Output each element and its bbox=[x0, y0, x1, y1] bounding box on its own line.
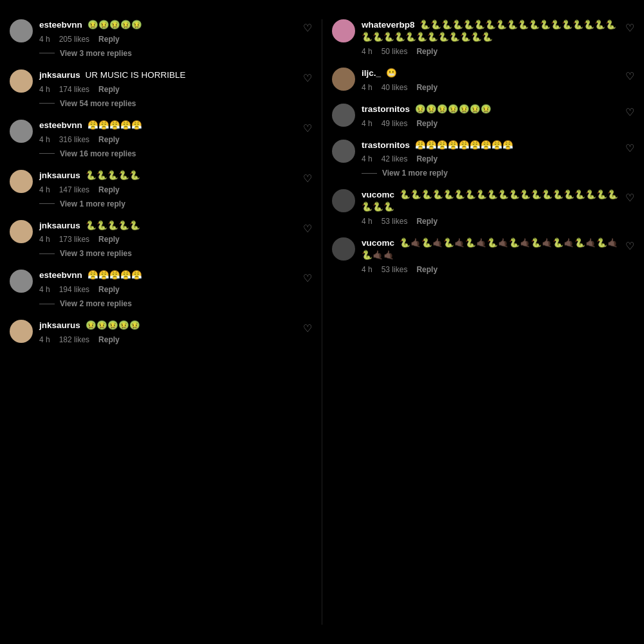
comment-content: esteebvnn 😤😤😤😤😤 4 h 194 likes Reply bbox=[39, 270, 297, 294]
replies-line bbox=[39, 253, 55, 254]
avatar bbox=[332, 189, 355, 212]
view-replies[interactable]: View 1 more reply bbox=[39, 199, 312, 208]
reply-button[interactable]: Reply bbox=[98, 35, 120, 44]
comment-content: jnksaurus UR MUSIC IS HORRIBLE 4 h 174 l… bbox=[39, 69, 297, 94]
right-column: whateverbp8 🐍🐍🐍🐍🐍🐍🐍🐍🐍🐍🐍🐍🐍🐍🐍🐍🐍🐍🐍🐍🐍🐍🐍🐍🐍🐍🐍🐍… bbox=[322, 13, 644, 631]
view-replies[interactable]: View 16 more replies bbox=[39, 149, 312, 158]
reply-button[interactable]: Reply bbox=[416, 119, 437, 128]
reply-button[interactable]: Reply bbox=[98, 85, 120, 94]
comment-meta: 4 h 316 likes Reply bbox=[39, 135, 297, 144]
comment-time: 4 h bbox=[39, 335, 50, 344]
view-replies[interactable]: View 3 more replies bbox=[39, 49, 312, 58]
comment-text: vucomc 🐍🐍🐍🐍🐍🐍🐍🐍🐍🐍🐍🐍🐍🐍🐍🐍🐍🐍🐍🐍🐍🐍🐍 bbox=[362, 189, 619, 214]
comment-meta: 4 h 194 likes Reply bbox=[39, 285, 297, 294]
comment-meta: 4 h 205 likes Reply bbox=[39, 35, 297, 44]
comment-meta: 4 h 53 likes Reply bbox=[362, 217, 619, 226]
username: iljc._ bbox=[362, 68, 381, 78]
comment-content: vucomc 🐍🐍🐍🐍🐍🐍🐍🐍🐍🐍🐍🐍🐍🐍🐍🐍🐍🐍🐍🐍🐍🐍🐍 4 h 53 li… bbox=[362, 189, 619, 226]
reply-button[interactable]: Reply bbox=[98, 335, 120, 344]
like-button[interactable]: ♡ bbox=[303, 170, 312, 185]
comment-meta: 4 h 40 likes Reply bbox=[362, 83, 619, 92]
like-button[interactable]: ♡ bbox=[303, 69, 312, 84]
reply-button[interactable]: Reply bbox=[98, 135, 120, 144]
comment-body: 🐍🤙🏿🐍🤙🏿🐍🤙🏿🐍🤙🏿🐍🤙🏿🐍🤙🏿🐍🤙🏿🐍🤙🏿🐍🤙🏿🐍🤙🏿🐍🤙🏿🤙🏿 bbox=[362, 238, 618, 260]
view-replies[interactable]: View 2 more replies bbox=[39, 299, 312, 308]
comment-likes: 42 likes bbox=[382, 154, 408, 163]
comment-content: trastornitos 🤢🤢🤢🤢🤢🤢🤢 4 h 49 likes Reply bbox=[362, 104, 619, 128]
avatar bbox=[332, 140, 355, 163]
comment-meta: 4 h 147 likes Reply bbox=[39, 185, 297, 194]
comment-content: vucomc 🐍🤙🏿🐍🤙🏿🐍🤙🏿🐍🤙🏿🐍🤙🏿🐍🤙🏿🐍🤙🏿🐍🤙🏿🐍🤙🏿🐍🤙🏿🐍🤙🏿… bbox=[362, 237, 619, 274]
avatar bbox=[10, 69, 33, 93]
comment-content: whateverbp8 🐍🐍🐍🐍🐍🐍🐍🐍🐍🐍🐍🐍🐍🐍🐍🐍🐍🐍🐍🐍🐍🐍🐍🐍🐍🐍🐍🐍… bbox=[362, 19, 619, 56]
comment-text: jnksaurus 🐍🐍🐍🐍🐍 bbox=[39, 170, 297, 182]
comment-time: 4 h bbox=[362, 154, 373, 163]
comment-time: 4 h bbox=[362, 83, 373, 92]
left-column: esteebvnn 🤢🤢🤢🤢🤢 4 h 205 likes Reply ♡ Vi… bbox=[0, 13, 322, 631]
comment-body: 😬 bbox=[386, 68, 397, 78]
avatar bbox=[10, 19, 33, 42]
comment-likes: 53 likes bbox=[382, 217, 408, 226]
like-button[interactable]: ♡ bbox=[625, 189, 634, 204]
reply-button[interactable]: Reply bbox=[98, 235, 120, 244]
avatar bbox=[10, 120, 33, 143]
username: esteebvnn bbox=[39, 120, 82, 130]
like-button[interactable]: ♡ bbox=[303, 320, 312, 335]
comment-time: 4 h bbox=[39, 185, 50, 194]
comment-body: 😤😤😤😤😤😤😤😤😤 bbox=[415, 140, 513, 150]
reply-button[interactable]: Reply bbox=[416, 47, 437, 56]
view-replies-text[interactable]: View 3 more replies bbox=[60, 49, 132, 58]
like-button[interactable]: ♡ bbox=[625, 237, 634, 252]
comment-time: 4 h bbox=[362, 47, 373, 56]
replies-line bbox=[39, 103, 55, 104]
view-replies-text[interactable]: View 2 more replies bbox=[60, 299, 132, 308]
comment-content: jnksaurus 🐍🐍🐍🐍🐍 4 h 147 likes Reply bbox=[39, 170, 297, 194]
username: vucomc bbox=[362, 190, 394, 199]
like-button[interactable]: ♡ bbox=[625, 68, 634, 82]
like-button[interactable]: ♡ bbox=[303, 120, 312, 134]
comment-block: jnksaurus 🐍🐍🐍🐍🐍 4 h 173 likes Reply ♡ Vi… bbox=[10, 220, 312, 259]
like-button[interactable]: ♡ bbox=[625, 104, 634, 118]
comment-likes: 182 likes bbox=[59, 335, 89, 344]
reply-button[interactable]: Reply bbox=[416, 83, 437, 92]
comment-block: jnksaurus UR MUSIC IS HORRIBLE 4 h 174 l… bbox=[10, 69, 312, 108]
comment-content: esteebvnn 😤😤😤😤😤 4 h 316 likes Reply bbox=[39, 120, 297, 144]
like-button[interactable]: ♡ bbox=[303, 220, 312, 235]
username: esteebvnn bbox=[39, 20, 82, 30]
username: jnksaurus bbox=[39, 70, 80, 80]
like-button[interactable]: ♡ bbox=[625, 140, 634, 154]
comment-content: iljc._ 😬 4 h 40 likes Reply bbox=[362, 68, 619, 92]
reply-button[interactable]: Reply bbox=[98, 185, 120, 194]
reply-button[interactable]: Reply bbox=[416, 265, 437, 274]
view-replies-text[interactable]: View 3 more replies bbox=[60, 249, 132, 258]
avatar bbox=[332, 104, 355, 127]
view-replies[interactable]: View 3 more replies bbox=[39, 249, 312, 258]
comment-likes: 316 likes bbox=[59, 135, 89, 144]
reply-button[interactable]: Reply bbox=[416, 217, 437, 226]
comment-time: 4 h bbox=[39, 235, 50, 244]
view-replies-text[interactable]: View 1 more reply bbox=[60, 199, 125, 208]
view-replies-text[interactable]: View 1 more reply bbox=[382, 169, 448, 178]
comment-text: jnksaurus 🤢🤢🤢🤢🤢 bbox=[39, 320, 297, 332]
username: jnksaurus bbox=[39, 320, 80, 330]
view-replies[interactable]: View 54 more replies bbox=[39, 99, 312, 108]
comment-block: vucomc 🐍🤙🏿🐍🤙🏿🐍🤙🏿🐍🤙🏿🐍🤙🏿🐍🤙🏿🐍🤙🏿🐍🤙🏿🐍🤙🏿🐍🤙🏿🐍🤙🏿… bbox=[332, 237, 634, 274]
view-replies-text[interactable]: View 16 more replies bbox=[60, 149, 136, 158]
view-replies[interactable]: View 1 more reply bbox=[362, 169, 634, 178]
like-button[interactable]: ♡ bbox=[303, 19, 312, 34]
comment-block: iljc._ 😬 4 h 40 likes Reply ♡ bbox=[332, 68, 634, 92]
comment-meta: 4 h 174 likes Reply bbox=[39, 85, 297, 94]
like-button[interactable]: ♡ bbox=[303, 270, 312, 284]
reply-button[interactable]: Reply bbox=[416, 154, 437, 163]
view-replies-text[interactable]: View 54 more replies bbox=[60, 99, 136, 108]
comment-body: UR MUSIC IS HORRIBLE bbox=[86, 70, 186, 80]
replies-line bbox=[39, 304, 55, 304]
comment-body: 🤢🤢🤢🤢🤢 bbox=[86, 320, 140, 330]
comment-body: 🐍🐍🐍🐍🐍 bbox=[86, 170, 140, 180]
username: trastornitos bbox=[362, 140, 410, 150]
comment-time: 4 h bbox=[39, 285, 50, 294]
comment-block: esteebvnn 😤😤😤😤😤 4 h 194 likes Reply ♡ Vi… bbox=[10, 270, 312, 308]
reply-button[interactable]: Reply bbox=[98, 285, 120, 294]
like-button[interactable]: ♡ bbox=[625, 19, 634, 34]
comment-likes: 173 likes bbox=[59, 235, 89, 244]
